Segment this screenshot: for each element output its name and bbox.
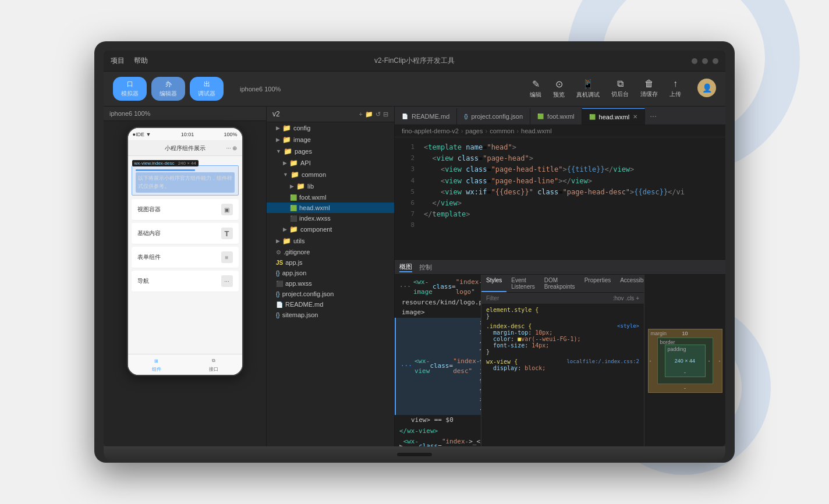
styles-filter-hints[interactable]: :hov .cls +	[613, 295, 639, 301]
phone-signal: ●IDE ▼	[133, 132, 151, 137]
styles-tab-dom-breakpoints[interactable]: DOM Breakpoints	[540, 275, 580, 292]
tree-item-utils[interactable]: ▶ 📁 utils	[267, 235, 394, 247]
tab-readme[interactable]: 📄 README.md	[395, 108, 457, 125]
win-ctrl-close[interactable]	[713, 58, 718, 64]
code-content: <view class="page-head">	[424, 153, 723, 164]
tree-item-image[interactable]: ▶ 📁 image	[267, 134, 394, 145]
tree-item-foot-wxml[interactable]: 🟩 foot.wxml	[267, 192, 394, 203]
toolbar-action-device-debug[interactable]: 📱 真机调试	[576, 79, 600, 99]
tabs-more-button[interactable]: ···	[645, 111, 661, 120]
folder-icon: 📁	[282, 136, 291, 144]
line-number: 2	[397, 153, 414, 164]
mode-btn-debugger[interactable]: 出 调试器	[190, 77, 224, 101]
styles-tab-accessibility[interactable]: Accessibility	[615, 275, 644, 292]
file-tree-icons: + 📁 ↺ ⊟	[359, 111, 388, 118]
tree-item-head-wxml[interactable]: 🟩 head.wxml	[267, 203, 394, 213]
mode-btn-debugger-label: 调试器	[198, 89, 215, 98]
toolbar-action-preview[interactable]: ⊙ 预览	[553, 79, 565, 99]
tree-item-index-wxss[interactable]: ⬛ index.wxss	[267, 213, 394, 223]
tree-item-app-js-label: app.js	[285, 259, 302, 266]
devtools-toolbar: 概图 控制	[395, 261, 725, 275]
tree-item-app-json[interactable]: {} app.json	[267, 268, 394, 278]
code-content: </template>	[424, 209, 723, 220]
box-content-size: 240 × 44	[675, 358, 695, 364]
css-source[interactable]: <style>	[617, 323, 639, 329]
dom-panel[interactable]: ··· <wx-image class="index-logo" src="..…	[395, 275, 481, 446]
file-tree-refresh[interactable]: ↺	[375, 111, 381, 118]
tab-close-icon[interactable]: ✕	[633, 113, 637, 120]
file-tree-new-folder[interactable]: 📁	[365, 111, 373, 118]
menu-project[interactable]: 项目	[111, 56, 125, 66]
tree-item-component[interactable]: ▶ 📁 component	[267, 223, 394, 235]
tree-item-gitignore[interactable]: ⚙ .gitignore	[267, 247, 394, 257]
toolbar-action-clear-cache[interactable]: 🗑 清缓存	[640, 79, 658, 99]
tab-foot-wxml[interactable]: 🟩 foot.wxml	[530, 108, 582, 125]
win-ctrl-minimize[interactable]	[692, 58, 697, 64]
styles-filter-bar: :hov .cls +	[481, 293, 644, 304]
toolbar-action-background[interactable]: ⧉ 切后台	[611, 79, 629, 99]
tab-project-config[interactable]: {} project.config.json	[457, 108, 530, 125]
list-item-1-label: 视图容器	[137, 205, 161, 214]
mode-btn-editor[interactable]: 办 编辑器	[151, 77, 185, 101]
styles-filter-input[interactable]	[486, 295, 608, 301]
toolbar-action-edit[interactable]: ✎ 编辑	[530, 79, 541, 99]
line-number: 8	[397, 220, 414, 230]
tree-item-sitemap-label: sitemap.json	[282, 311, 318, 318]
phone-nav-bar: 小程序组件展示 ··· ⊕	[128, 141, 242, 156]
win-ctrl-maximize[interactable]	[702, 58, 708, 64]
phone-panel-header: iphone6 100%	[104, 107, 266, 121]
phone-status-bar: ●IDE ▼ 10:01 100%	[128, 128, 242, 141]
tree-item-sitemap[interactable]: {} sitemap.json	[267, 310, 394, 320]
box-margin-bottom: -	[684, 385, 686, 391]
box-model-panel: margin 10 - - - border - p	[644, 275, 725, 446]
file-tree-new-file[interactable]: +	[359, 111, 363, 118]
api-icon: ⧉	[210, 357, 218, 365]
xml-file-icon: 🟩	[290, 194, 297, 201]
mode-btn-simulator[interactable]: 口 模拟器	[113, 77, 147, 101]
tree-item-project-config[interactable]: {} project.config.json	[267, 289, 394, 299]
dom-line-1: ··· <wx-image class="index-logo" src="..…	[395, 277, 481, 297]
phone-nav-title: 小程序组件展示	[165, 144, 206, 152]
css-brace: }	[486, 313, 490, 320]
menu-help[interactable]: 帮助	[134, 56, 148, 66]
phone-nav-api[interactable]: ⧉ 接口	[209, 357, 218, 372]
tab-head-wxml[interactable]: 🟩 head.wxml ✕	[582, 108, 646, 125]
styles-tab-styles[interactable]: Styles	[481, 275, 506, 292]
list-item-3-label: 表单组件	[137, 253, 161, 261]
toolbar-action-upload[interactable]: ↑ 上传	[669, 79, 681, 99]
tree-item-foot-wxml-label: foot.wxml	[299, 194, 326, 201]
tree-item-readme[interactable]: 📄 README.md	[267, 299, 394, 310]
list-item-2[interactable]: 基础内容 T	[132, 223, 239, 244]
tree-item-app-js[interactable]: JS app.js	[267, 257, 394, 268]
phone-battery: 100%	[224, 132, 237, 137]
phone-nav-dots[interactable]: ··· ⊕	[226, 145, 237, 151]
code-line-8: 8	[395, 220, 725, 230]
styles-tab-event-listeners[interactable]: Event Listeners	[506, 275, 540, 292]
tree-item-config[interactable]: ▶ 📁 config	[267, 122, 394, 134]
dom-line-2b: view> == $0	[395, 415, 481, 426]
devtools-tab-control[interactable]: 控制	[419, 263, 432, 272]
file-tree-collapse[interactable]: ⊟	[383, 111, 388, 118]
list-item-1[interactable]: 视图容器 ▣	[132, 199, 239, 221]
list-item-3[interactable]: 表单组件 ≡	[132, 247, 239, 268]
css-prop-row: display: block;	[486, 365, 545, 371]
css-prop-row: margin-top: 10px;	[486, 329, 552, 336]
phone-nav-components[interactable]: ⊞ 组件	[152, 357, 161, 372]
list-item-4[interactable]: 导航 ···	[132, 271, 239, 292]
tab-foot-wxml-label: foot.wxml	[547, 113, 574, 120]
code-content: <view class="page-head-title">{{title}}<…	[424, 164, 723, 175]
css-source-link[interactable]: localfile:/.index.css:2	[566, 359, 639, 364]
tree-item-api[interactable]: ▶ 📁 API	[267, 157, 394, 169]
tree-item-app-wxss[interactable]: ⬛ app.wxss	[267, 278, 394, 289]
tree-item-common[interactable]: ▼ 📁 common	[267, 169, 394, 180]
tab-head-wxml-icon: 🟩	[589, 114, 596, 120]
styles-tab-properties[interactable]: Properties	[580, 275, 616, 292]
code-editor[interactable]: 1 <template name="head"> 2 <view class="…	[395, 137, 725, 260]
code-content: </view>	[424, 198, 723, 209]
tree-item-pages[interactable]: ▼ 📁 pages	[267, 145, 394, 157]
devtools-tab-overview[interactable]: 概图	[399, 262, 412, 272]
tab-foot-wxml-icon: 🟩	[537, 113, 544, 119]
user-avatar[interactable]: 👤	[697, 79, 716, 97]
tree-item-lib[interactable]: ▶ 📁 lib	[267, 180, 394, 192]
line-number: 5	[397, 187, 414, 197]
